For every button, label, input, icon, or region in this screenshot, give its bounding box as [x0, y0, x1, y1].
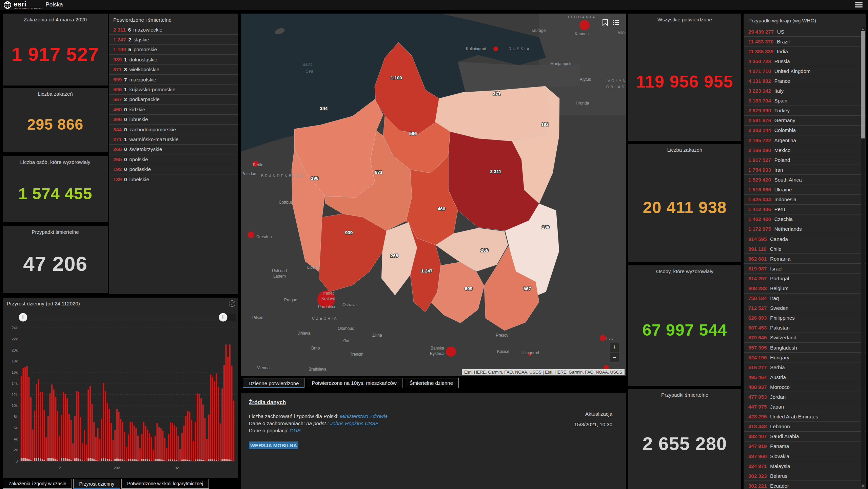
case-bubble[interactable] [446, 346, 456, 357]
country-row[interactable]: 428 295United Arab Emirates [744, 412, 866, 422]
country-row[interactable]: 758 184Iraq [744, 294, 866, 303]
voivodeship-row[interactable]: 4600łódzkie [109, 105, 238, 114]
case-bubble[interactable] [579, 20, 590, 30]
region-label: 699 [465, 286, 473, 291]
country-row[interactable]: 1 754 933Iran [744, 165, 866, 175]
voivodeship-row[interactable]: 9391dolnośląskie [109, 55, 238, 64]
country-row[interactable]: 2 879 390Turkey [744, 106, 866, 116]
voivodeship-panel: Potwierdzone i śmiertelne 2 3116mazowiec… [109, 14, 238, 294]
tab-confirmed-per-10k[interactable]: Potwierdzone na 10tys. mieszkańców [306, 378, 402, 388]
voivodeship-row[interactable]: 8713wielkopolskie [109, 65, 238, 75]
link-ministerstwo-zdrowia[interactable]: Ministerstwo Zdrowia [340, 413, 388, 419]
voivodeship-row[interactable]: 3960lubuskie [109, 115, 238, 125]
country-row[interactable]: 488 937Morocco [744, 382, 866, 392]
map-panel[interactable]: LITHUANIATaurageKaunasVilniusKaliningrad… [241, 14, 626, 376]
voivodeship-row[interactable]: 2660świętokrzyskie [109, 145, 238, 154]
slider-handle-right[interactable] [219, 313, 228, 322]
country-row[interactable]: 1 402 420Czechia [744, 214, 866, 224]
voivodeship-row[interactable]: 5672podkarpackie [109, 95, 238, 105]
voivodeship-row[interactable]: 1 1005pomorskie [109, 45, 238, 55]
map-city-label: Hradec [321, 291, 335, 296]
bookmark-icon[interactable] [602, 19, 608, 27]
country-row[interactable]: 2 166 290Mexico [744, 145, 866, 155]
country-row[interactable]: 891 110Chile [744, 244, 866, 254]
voivodeship-row[interactable]: 2711warmińsko-mazurskie [109, 134, 238, 144]
country-row[interactable]: 324 971Malaysia [744, 461, 866, 471]
slider-handle-left[interactable] [19, 313, 27, 322]
voivodeship-row[interactable]: 5961kujawsko-pomorskie [109, 84, 238, 94]
map-city-label: RUSSIA [509, 47, 531, 51]
country-row[interactable]: 814 257Portugal [744, 274, 866, 283]
country-row[interactable]: 626 893Philippines [744, 313, 866, 323]
tab-infections-over-time[interactable]: Zakażenia i zgony w czasie [3, 479, 72, 489]
country-row[interactable]: 557 395Bangladesh [744, 343, 866, 353]
country-row[interactable]: 1 412 406Peru [744, 205, 866, 214]
country-row[interactable]: 347 919Panama [744, 441, 866, 451]
daily-chart[interactable]: 02k4k6k8k10k12k14k16k18k20k22k24k1220210… [3, 307, 238, 476]
country-row[interactable]: 2 303 144Colombia [744, 126, 866, 135]
country-row[interactable]: 712 527Sweden [744, 303, 866, 313]
country-row[interactable]: 1 425 044Indonesia [744, 195, 866, 205]
tab-log-scale[interactable]: Potwierdzone w skali logarytmicznej [121, 479, 209, 489]
menu-icon[interactable] [855, 2, 863, 8]
country-row[interactable]: 570 645Switzerland [744, 333, 866, 343]
link-gus[interactable]: GUS [290, 428, 301, 433]
country-row[interactable]: 4 271 710United Kingdom [744, 66, 866, 76]
scrollbar-thumb[interactable] [861, 31, 865, 138]
country-row[interactable]: 862 681Romania [744, 254, 866, 264]
link-johns-hopkins[interactable]: Johns Hopkins CSSE [330, 420, 378, 426]
globe-icon [3, 1, 12, 9]
daily-increase-chart-panel: Przyrost dzienny (od 24.112020) ⤢ 02k4k6… [3, 298, 238, 478]
country-row[interactable]: 477 053Jordan [744, 392, 866, 402]
country-row[interactable]: 607 453Pakistan [744, 323, 866, 333]
mobile-version-link[interactable]: WERSJA MOBILNA [249, 441, 298, 449]
country-row[interactable]: 495 464Austria [744, 372, 866, 382]
country-row[interactable]: 1 917 527Poland [744, 155, 866, 165]
country-row[interactable]: 2 581 676Germany [744, 116, 866, 126]
country-row[interactable]: 4 350 728Russia [744, 56, 866, 66]
poland-map[interactable]: LITHUANIATaurageKaunasVilniusKaliningrad… [241, 14, 626, 376]
scroll-down-icon[interactable]: ∨ [861, 484, 865, 488]
voivodeship-row[interactable]: 6997małopolskie [109, 75, 238, 84]
tab-daily-increase[interactable]: Przyrost dzienny [73, 479, 120, 489]
tab-daily-deaths[interactable]: Śmiertelne dzienne [404, 378, 459, 388]
voivodeship-row[interactable]: 1 2472śląskie [109, 35, 238, 44]
legend-list-icon[interactable] [612, 19, 619, 27]
country-row[interactable]: 382 407Saudi Arabia [744, 432, 866, 441]
country-row[interactable]: 524 196Hungary [744, 353, 866, 362]
country-row[interactable]: 1 529 420South Africa [744, 175, 866, 185]
tab-daily-confirmed[interactable]: Dzienne potwierdzone [243, 378, 304, 388]
country-row[interactable]: 1 172 975Netherlands [744, 224, 866, 234]
country-row[interactable]: 11 385 339India [744, 46, 866, 56]
country-row[interactable]: 3 183 704Spain [744, 96, 866, 106]
voivodeship-row[interactable]: 1390lubelskie [109, 174, 238, 184]
country-row[interactable]: 516 277Serbia [744, 362, 866, 372]
voivodeship-row[interactable]: 3440zachodniopomorskie [109, 125, 238, 134]
country-row[interactable]: 302 323Belarus [744, 471, 866, 481]
map-city-label: Lviv [606, 336, 613, 341]
country-row[interactable]: 29 439 277US [744, 27, 866, 37]
case-bubble[interactable] [600, 335, 606, 341]
country-row[interactable]: 4 131 882France [744, 76, 866, 86]
country-row[interactable]: 819 987Israel [744, 264, 866, 274]
scroll-up-icon[interactable]: ∧ [861, 27, 865, 31]
voivodeship-row[interactable]: 2 3116mazowieckie [109, 25, 238, 35]
country-row[interactable]: 447 975Japan [744, 402, 866, 412]
country-row[interactable]: 302 221Ecuador [744, 481, 866, 489]
voivodeship-row[interactable]: 1920podlaskie [109, 164, 238, 174]
expand-icon[interactable]: ⤢ [229, 300, 235, 307]
country-row[interactable]: 337 960Slovakia [744, 451, 866, 461]
voivodeship-row[interactable]: 2650opolskie [109, 154, 238, 164]
country-row[interactable]: 914 595Canada [744, 234, 866, 244]
zoom-in-button[interactable]: + [610, 343, 619, 352]
country-row[interactable]: 2 195 722Argentina [744, 135, 866, 145]
country-row[interactable]: 3 223 142Italy [744, 86, 866, 96]
country-row[interactable]: 808 283Belgium [744, 283, 866, 293]
country-row[interactable]: 1 516 865Ukraine [744, 185, 866, 195]
country-row[interactable]: 418 448Lebanon [744, 422, 866, 432]
case-bubble[interactable] [493, 46, 498, 51]
case-bubble[interactable] [248, 231, 254, 238]
zoom-out-button[interactable]: − [610, 353, 619, 362]
map-city-label: Taurage [531, 28, 546, 33]
country-row[interactable]: 11 483 370Brazil [744, 37, 866, 46]
